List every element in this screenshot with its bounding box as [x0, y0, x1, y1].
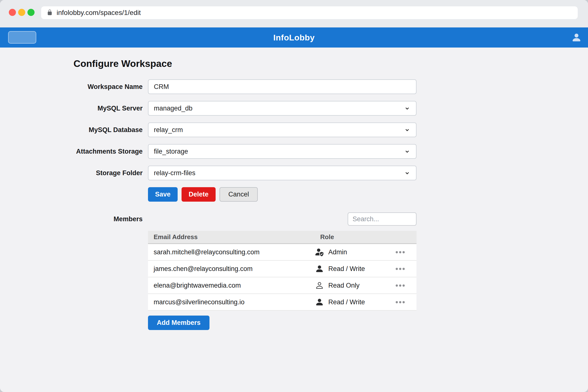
chevron-down-icon [404, 148, 410, 155]
page-title: Configure Workspace [74, 58, 588, 69]
mysql-database-value: relay_crm [154, 126, 183, 134]
row-menu-button[interactable] [395, 249, 406, 256]
add-members-button[interactable]: Add Members [148, 316, 210, 330]
members-label: Members [74, 212, 142, 330]
browser-window: infolobby.com/spaces/1/edit InfoLobby Co… [0, 0, 588, 392]
member-row: elena@brightwavemedia.com Read Only [148, 277, 416, 294]
members-table: Email Address Role sarah.mitchell@relayc… [148, 231, 416, 311]
chevron-down-icon [404, 105, 410, 112]
mysql-database-select[interactable]: relay_crm [148, 122, 416, 137]
window-controls [9, 9, 34, 16]
storage-folder-row: Storage Folder relay-crm-files [74, 166, 588, 180]
delete-button[interactable]: Delete [182, 187, 216, 202]
member-email: sarah.mitchell@relayconsulting.com [148, 248, 314, 256]
app-title: InfoLobby [274, 33, 315, 42]
storage-folder-label: Storage Folder [74, 169, 142, 178]
mysql-database-row: MySQL Database relay_crm [74, 122, 588, 137]
header-back-button[interactable] [8, 31, 36, 44]
mysql-database-label: MySQL Database [74, 126, 142, 134]
email-column-header: Email Address [148, 233, 314, 241]
workspace-name-label: Workspace Name [74, 82, 142, 91]
person-outline-icon [315, 281, 324, 290]
member-row: sarah.mitchell@relayconsulting.com Admin [148, 244, 416, 261]
member-role-cell: Read Only [314, 281, 416, 290]
chevron-down-icon [404, 170, 410, 176]
person-filled-icon [315, 264, 324, 273]
member-email: james.chen@relayconsulting.com [148, 265, 314, 273]
attachments-storage-value: file_storage [154, 148, 188, 155]
minimize-window-button[interactable] [18, 9, 25, 16]
address-bar[interactable]: infolobby.com/spaces/1/edit [41, 6, 578, 19]
attachments-storage-row: Attachments Storage file_storage [74, 144, 588, 159]
person-filled-icon [315, 298, 324, 306]
member-row: james.chen@relayconsulting.com Read / Wr… [148, 261, 416, 277]
member-role: Read / Write [328, 298, 365, 306]
member-email: marcus@silverlineconsulting.io [148, 298, 314, 306]
close-window-button[interactable] [9, 9, 16, 16]
role-column-header: Role [314, 233, 416, 241]
member-row: marcus@silverlineconsulting.io Read / Wr… [148, 294, 416, 311]
member-role-cell: Read / Write [314, 264, 416, 273]
account-icon[interactable] [571, 32, 582, 43]
workspace-name-row: Workspace Name [74, 80, 588, 94]
attachments-storage-select[interactable]: file_storage [148, 144, 416, 159]
member-role-cell: Admin [314, 248, 416, 256]
row-menu-button[interactable] [395, 299, 406, 306]
members-search-input[interactable] [348, 212, 416, 226]
member-email: elena@brightwavemedia.com [148, 282, 314, 289]
member-role: Admin [328, 248, 347, 256]
storage-folder-value: relay-crm-files [154, 169, 196, 177]
members-section: Members Email Address Role sarah.mitchel… [74, 212, 588, 330]
member-role: Read / Write [328, 265, 365, 273]
browser-chrome: infolobby.com/spaces/1/edit [0, 0, 588, 28]
mysql-server-label: MySQL Server [74, 104, 142, 113]
row-menu-button[interactable] [395, 282, 406, 289]
member-role: Read Only [328, 282, 360, 289]
chevron-down-icon [404, 126, 410, 133]
lock-icon [46, 10, 53, 16]
members-search-row [148, 212, 416, 226]
app-header: InfoLobby [0, 28, 588, 48]
form-actions: Save Delete Cancel [148, 187, 588, 202]
mysql-server-value: managed_db [154, 104, 192, 112]
workspace-name-input[interactable] [148, 80, 416, 94]
zoom-window-button[interactable] [28, 9, 34, 16]
attachments-storage-label: Attachments Storage [74, 147, 142, 156]
save-button[interactable]: Save [148, 187, 178, 202]
person-shield-icon [315, 248, 324, 256]
mysql-server-select[interactable]: managed_db [148, 101, 416, 116]
mysql-server-row: MySQL Server managed_db [74, 101, 588, 116]
members-panel: Email Address Role sarah.mitchell@relayc… [148, 212, 416, 330]
main-content: Configure Workspace Workspace Name MySQL… [0, 48, 588, 330]
member-role-cell: Read / Write [314, 298, 416, 306]
storage-folder-select[interactable]: relay-crm-files [148, 166, 416, 180]
url-text: infolobby.com/spaces/1/edit [56, 9, 141, 17]
cancel-button[interactable]: Cancel [220, 187, 258, 202]
row-menu-button[interactable] [395, 265, 406, 272]
members-table-header: Email Address Role [148, 231, 416, 244]
